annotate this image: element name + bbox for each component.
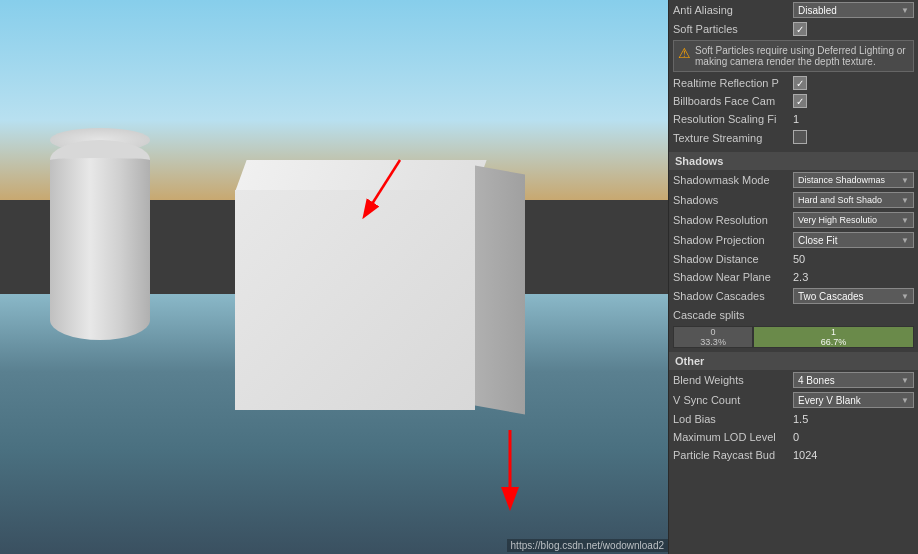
blend-weights-dropdown[interactable]: 4 Bones <box>793 372 914 388</box>
anti-aliasing-dropdown[interactable]: Disabled <box>793 2 914 18</box>
shadow-resolution-label: Shadow Resolution <box>673 214 793 226</box>
shadow-projection-dropdown[interactable]: Close Fit <box>793 232 914 248</box>
shadow-cascades-label: Shadow Cascades <box>673 290 793 302</box>
shadow-resolution-dropdown[interactable]: Very High Resolutio <box>793 212 914 228</box>
realtime-reflection-checkbox[interactable]: ✓ <box>793 76 807 90</box>
particle-raycast-label: Particle Raycast Bud <box>673 449 793 461</box>
realtime-reflection-row: Realtime Reflection P ✓ <box>669 74 918 92</box>
maximum-lod-label: Maximum LOD Level <box>673 431 793 443</box>
resolution-scaling-label: Resolution Scaling Fi <box>673 113 793 125</box>
realtime-reflection-label: Realtime Reflection P <box>673 77 793 89</box>
anti-aliasing-row: Anti Aliasing Disabled <box>669 0 918 20</box>
cylinder-object <box>50 140 150 340</box>
lod-bias-label: Lod Bias <box>673 413 793 425</box>
blend-weights-row: Blend Weights 4 Bones <box>669 370 918 390</box>
particle-raycast-row: Particle Raycast Bud 1024 <box>669 446 918 464</box>
resolution-scaling-row: Resolution Scaling Fi 1 <box>669 110 918 128</box>
billboards-label: Billboards Face Cam <box>673 95 793 107</box>
shadow-distance-value: 50 <box>793 253 805 265</box>
warning-icon: ⚠ <box>678 45 691 61</box>
shadows-dropdown[interactable]: Hard and Soft Shado <box>793 192 914 208</box>
maximum-lod-value: 0 <box>793 431 799 443</box>
soft-particles-row: Soft Particles ✓ <box>669 20 918 38</box>
shadows-section-header: Shadows <box>669 152 918 170</box>
shadowmask-label: Shadowmask Mode <box>673 174 793 186</box>
texture-streaming-checkbox[interactable] <box>793 130 807 144</box>
vsync-dropdown[interactable]: Every V Blank <box>793 392 914 408</box>
shadow-cascades-row: Shadow Cascades Two Cascades <box>669 286 918 306</box>
soft-particles-label: Soft Particles <box>673 23 793 35</box>
anti-aliasing-label: Anti Aliasing <box>673 4 793 16</box>
texture-streaming-label: Texture Streaming <box>673 132 793 144</box>
particle-raycast-value: 1024 <box>793 449 817 461</box>
shadow-near-plane-row: Shadow Near Plane 2.3 <box>669 268 918 286</box>
shadow-projection-row: Shadow Projection Close Fit <box>669 230 918 250</box>
cascade-segment-1: 1 66.7% <box>753 326 914 348</box>
viewport: https://blog.csdn.net/wodownload2 <box>0 0 668 554</box>
shadows-label: Shadows <box>673 194 793 206</box>
shadow-near-plane-value: 2.3 <box>793 271 808 283</box>
box-right-face <box>475 166 525 415</box>
shadow-near-plane-label: Shadow Near Plane <box>673 271 793 283</box>
shadowmask-dropdown[interactable]: Distance Shadowmas <box>793 172 914 188</box>
box-top <box>235 160 487 192</box>
maximum-lod-row: Maximum LOD Level 0 <box>669 428 918 446</box>
cascade-splits-label: Cascade splits <box>673 309 793 321</box>
billboards-checkbox[interactable]: ✓ <box>793 94 807 108</box>
shadow-projection-label: Shadow Projection <box>673 234 793 246</box>
box-object <box>235 190 475 410</box>
lod-bias-value: 1.5 <box>793 413 808 425</box>
texture-streaming-row: Texture Streaming <box>669 128 918 148</box>
shadowmask-row: Shadowmask Mode Distance Shadowmas <box>669 170 918 190</box>
lod-bias-row: Lod Bias 1.5 <box>669 410 918 428</box>
watermark: https://blog.csdn.net/wodownload2 <box>507 539 668 552</box>
cascade-segment-0: 0 33.3% <box>673 326 753 348</box>
vsync-row: V Sync Count Every V Blank <box>669 390 918 410</box>
shadow-cascades-dropdown[interactable]: Two Cascades <box>793 288 914 304</box>
shadow-resolution-row: Shadow Resolution Very High Resolutio <box>669 210 918 230</box>
properties-panel: Anti Aliasing Disabled Soft Particles ✓ … <box>668 0 918 554</box>
soft-particles-warning: ⚠ Soft Particles require using Deferred … <box>673 40 914 72</box>
other-section-header: Other <box>669 352 918 370</box>
resolution-scaling-value: 1 <box>793 113 799 125</box>
shadow-distance-row: Shadow Distance 50 <box>669 250 918 268</box>
shadow-distance-label: Shadow Distance <box>673 253 793 265</box>
billboards-row: Billboards Face Cam ✓ <box>669 92 918 110</box>
soft-particles-checkbox[interactable]: ✓ <box>793 22 807 36</box>
shadows-row: Shadows Hard and Soft Shado <box>669 190 918 210</box>
cascade-splits-label-row: Cascade splits <box>669 306 918 324</box>
vsync-label: V Sync Count <box>673 394 793 406</box>
cascade-bar[interactable]: 0 33.3% 1 66.7% <box>673 326 914 348</box>
blend-weights-label: Blend Weights <box>673 374 793 386</box>
